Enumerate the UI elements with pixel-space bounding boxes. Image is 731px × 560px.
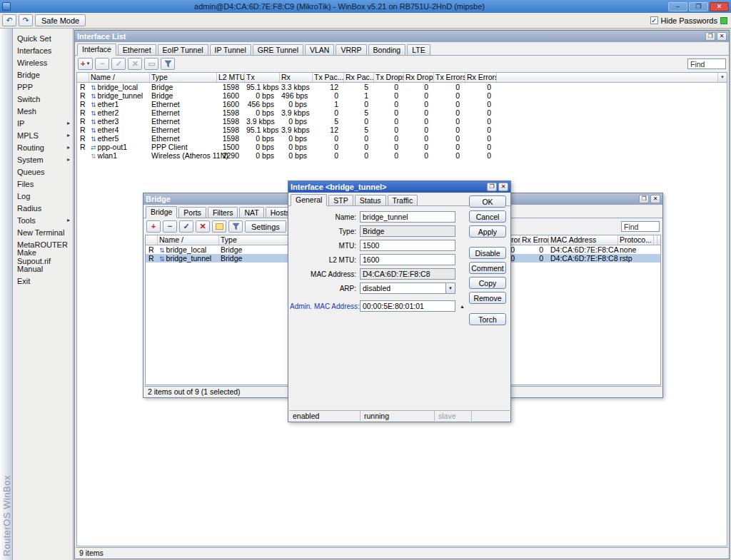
column-header-rx-pac[interactable]: Rx Pac...: [344, 73, 374, 82]
sidebar-item-new-terminal[interactable]: New Terminal: [13, 226, 73, 238]
enable-bridge-button[interactable]: ✓: [179, 220, 193, 233]
column-header-protoco[interactable]: Protoco...: [618, 235, 654, 245]
comment-bridge-button[interactable]: [212, 220, 226, 233]
mtu-input[interactable]: [360, 240, 455, 251]
bridge-settings-button[interactable]: Settings: [245, 220, 286, 233]
ok-button[interactable]: OK: [469, 195, 506, 208]
column-header-tx-drops[interactable]: Tx Drops: [374, 73, 404, 82]
column-header-l2-mtu[interactable]: L2 MTU: [217, 73, 245, 82]
interface-row[interactable]: R⇅ether2Ethernet15980 bps3.9 kbps050000: [77, 108, 727, 117]
comment-interface-button[interactable]: ▭: [144, 58, 158, 70]
sidebar-item-routing[interactable]: Routing▸: [13, 141, 73, 153]
filter-button[interactable]: [161, 58, 175, 70]
column-header-rx-errors[interactable]: Rx Errors: [520, 235, 549, 245]
add-interface-button[interactable]: + ▼: [78, 58, 93, 70]
bridge-maximize-button[interactable]: ❐: [639, 195, 649, 203]
sidebar-item-ppp[interactable]: PPP: [13, 81, 73, 93]
sidebar-item-mpls[interactable]: MPLS▸: [13, 129, 73, 141]
sidebar-item-files[interactable]: Files: [13, 178, 73, 190]
sidebar-item-system[interactable]: System▸: [13, 153, 73, 166]
sidebar-item-queues[interactable]: Queues: [13, 166, 73, 178]
interface-row[interactable]: ⇅wlan1Wireless (Atheros 11N)22900 bps0 b…: [77, 151, 727, 160]
maximize-button[interactable]: ❐: [689, 2, 708, 11]
disable-button[interactable]: Disable: [469, 247, 506, 259]
sidebar-item-tools[interactable]: Tools▸: [13, 214, 73, 226]
sidebar-item-switch[interactable]: Switch: [13, 93, 73, 105]
safe-mode-button[interactable]: Safe Mode: [35, 14, 86, 26]
column-selector-button[interactable]: ▼: [657, 235, 661, 245]
enable-interface-button[interactable]: ✓: [111, 58, 126, 70]
interface-row[interactable]: R⇅ether3Ethernet15983.9 kbps0 bps500000: [77, 117, 727, 126]
admin-mac-address-input[interactable]: [360, 300, 455, 312]
sidebar-item-log[interactable]: Log: [13, 190, 73, 202]
torch-button[interactable]: Torch: [469, 313, 506, 325]
dialog-tab-stp[interactable]: STP: [328, 195, 353, 205]
column-header-flag[interactable]: [77, 73, 89, 82]
hide-passwords-checkbox[interactable]: ✓: [650, 16, 658, 24]
bridge-close-button[interactable]: ✕: [650, 195, 660, 203]
remove-interface-button[interactable]: −: [95, 58, 109, 70]
interface-list-tab-vlan[interactable]: VLAN: [305, 44, 334, 55]
arp-select[interactable]: disabled▼: [360, 282, 455, 294]
interface-row[interactable]: R⇅ether5Ethernet15980 bps0 bps000000: [77, 134, 727, 143]
copy-button[interactable]: Copy: [469, 277, 506, 289]
sidebar-item-make-supout-rif[interactable]: Make Supout.rif: [13, 250, 73, 263]
interface-list-tab-ip-tunnel[interactable]: IP Tunnel: [210, 44, 251, 55]
disable-interface-button[interactable]: ✕: [128, 58, 142, 70]
remove-button[interactable]: Remove: [469, 292, 506, 304]
interface-list-tab-bonding[interactable]: Bonding: [368, 44, 406, 55]
l2-mtu-input[interactable]: [360, 254, 455, 265]
bridge-filter-button[interactable]: [228, 220, 243, 233]
sidebar-item-radius[interactable]: Radius: [13, 202, 73, 214]
add-bridge-button[interactable]: +: [146, 220, 161, 233]
find-input[interactable]: [687, 58, 726, 69]
sidebar-item-quick-set[interactable]: Quick Set: [13, 32, 73, 44]
column-header-type[interactable]: Type: [150, 73, 217, 82]
bridge-tab-nat[interactable]: NAT: [239, 207, 263, 218]
column-selector-button[interactable]: ▼: [717, 73, 727, 82]
column-header-flag[interactable]: [146, 235, 158, 245]
bridge-tab-filters[interactable]: Filters: [208, 207, 238, 218]
column-header-rx-errors[interactable]: Rx Errors: [465, 73, 497, 82]
redo-button[interactable]: ↷: [19, 14, 33, 26]
dialog-close-button[interactable]: ✕: [498, 183, 508, 191]
interface-list-tab-interface[interactable]: Interface: [77, 44, 116, 56]
interface-row[interactable]: R⇅ether1Ethernet1600456 bps0 bps100000: [77, 100, 727, 108]
interface-list-tab-eoip-tunnel[interactable]: EoIP Tunnel: [158, 44, 208, 55]
interface-list-tab-vrrp[interactable]: VRRP: [336, 44, 366, 55]
collapse-up-icon[interactable]: ▲: [458, 301, 467, 311]
column-header-name[interactable]: Name /: [89, 73, 150, 82]
dialog-tab-status[interactable]: Status: [355, 195, 386, 205]
sidebar-item-wireless[interactable]: Wireless: [13, 56, 73, 68]
interface-row[interactable]: R⇅bridge_tunnelBridge16000 bps496 bps010…: [77, 91, 727, 100]
sidebar-item-mesh[interactable]: Mesh: [13, 105, 73, 117]
sidebar-item-interfaces[interactable]: Interfaces: [13, 44, 73, 56]
dialog-tab-general[interactable]: General: [291, 194, 327, 206]
minimize-button[interactable]: –: [668, 2, 687, 11]
interface-row[interactable]: R⇅bridge_localBridge159895.1 kbps3.3 kbp…: [77, 83, 727, 91]
bridge-tab-bridge[interactable]: Bridge: [146, 206, 177, 218]
interface-list-tab-gre-tunnel[interactable]: GRE Tunnel: [253, 44, 303, 55]
comment-button[interactable]: Comment: [469, 262, 506, 274]
interface-row[interactable]: R⇅ether4Ethernet159895.1 kbps3.9 kbps125…: [77, 126, 727, 134]
interface-list-tab-ethernet[interactable]: Ethernet: [118, 44, 156, 55]
dialog-maximize-button[interactable]: ❐: [487, 183, 497, 191]
column-header-tx-pac[interactable]: Tx Pac...: [313, 73, 344, 82]
close-button[interactable]: ✕: [710, 2, 729, 11]
column-header-tx[interactable]: Tx: [245, 73, 280, 82]
dialog-tab-traffic[interactable]: Traffic: [388, 195, 418, 205]
column-header-tx-errors[interactable]: Tx Errors: [434, 73, 465, 82]
interface-row[interactable]: R⇄ppp-out1PPP Client15000 bps0 bps000000: [77, 143, 727, 151]
sidebar-item-ip[interactable]: IP▸: [13, 117, 73, 129]
column-header-rx[interactable]: Rx: [280, 73, 313, 82]
bridge-find-input[interactable]: [621, 221, 660, 232]
apply-button[interactable]: Apply: [469, 225, 506, 238]
disable-bridge-button[interactable]: ✕: [196, 220, 210, 233]
column-header-name[interactable]: Name /: [158, 235, 219, 245]
undo-button[interactable]: ↶: [2, 14, 16, 26]
sidebar-item-exit[interactable]: Exit: [13, 275, 73, 287]
name-input[interactable]: [360, 211, 455, 223]
column-header-mac-address[interactable]: MAC Address: [549, 235, 618, 245]
bridge-tab-ports[interactable]: Ports: [178, 207, 206, 218]
interface-list-maximize-button[interactable]: ❐: [705, 32, 715, 41]
